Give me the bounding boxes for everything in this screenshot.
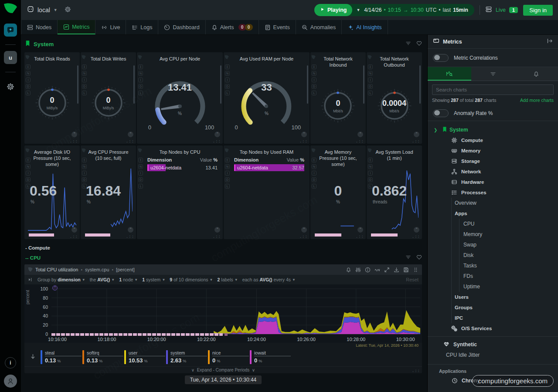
- chart-anomalies-icon[interactable]: [374, 267, 380, 273]
- tab-anomalies[interactable]: Anomalies: [296, 20, 342, 34]
- chart-drag-icon[interactable]: [413, 267, 418, 273]
- toolbar-dropdown[interactable]: 1system▼: [142, 277, 165, 282]
- sidebar-item-uptime[interactable]: Uptime: [428, 281, 558, 292]
- chart-footer[interactable]: ∨ Expand - Compare Periods ∨ .::: [24, 366, 422, 373]
- card-scrollbar[interactable]: [419, 65, 421, 104]
- sidebar-item-overview[interactable]: Overview: [428, 198, 558, 208]
- sidebar-item-compute[interactable]: Compute: [428, 135, 558, 145]
- gauge-card[interactable]: ΣNIDLTotal Network Inbound0Mbit/s⌃.::: [310, 52, 366, 144]
- tab-charts[interactable]: [428, 67, 471, 81]
- legend-down-arrow-icon[interactable]: [30, 353, 36, 360]
- tab-logs[interactable]: Logs: [126, 20, 158, 34]
- chevron-right-icon[interactable]: ❯: [434, 128, 437, 132]
- sidebar-item-cpu-idle-jitter[interactable]: CPU Idle Jitter: [428, 350, 558, 360]
- anomaly-badge[interactable]: ⌃: [214, 227, 220, 233]
- card-tool-column[interactable]: ΣNIDL: [312, 158, 316, 189]
- gauge-card[interactable]: ΣNIDLTotal Disk Reads0MiBy/s⌃.::: [24, 52, 80, 144]
- top-nodes-card[interactable]: ΣNIDLTop Nodes by Used RAMDimensionValue…: [224, 145, 310, 239]
- resize-handle[interactable]: .::: [70, 139, 78, 143]
- pressure-card[interactable]: ΣNIDLAvg CPU Pressure (10 sec, full)16.8…: [81, 145, 136, 239]
- card-scrollbar[interactable]: [77, 65, 78, 104]
- toolbar-dropdown[interactable]: theAVG()▼: [90, 277, 115, 282]
- anomaly-badge[interactable]: ⌃: [414, 227, 419, 233]
- metric-correlations-toggle[interactable]: [433, 54, 449, 62]
- card-tool-column[interactable]: ΣNIDL: [138, 64, 143, 95]
- rail-settings-gear-icon[interactable]: [7, 83, 14, 92]
- gauge-card[interactable]: ΣNIDLAvg Used RAM per Node33%0100⌃.::: [224, 52, 310, 144]
- netdata-logo-icon[interactable]: [3, 3, 18, 16]
- anomaly-badge[interactable]: ⌃: [414, 132, 419, 137]
- sidebar-item-disk[interactable]: Disk: [428, 250, 558, 260]
- sidebar-item-groups[interactable]: Groups: [428, 302, 558, 313]
- resize-handle[interactable]: .::: [412, 234, 420, 239]
- resize-handle[interactable]: .::: [213, 139, 221, 143]
- card-tool-column[interactable]: ΣNIDL: [82, 64, 87, 95]
- stacked-area-chart[interactable]: [51, 285, 420, 336]
- anomaly-badge[interactable]: ⌃: [71, 132, 77, 137]
- pressure-card[interactable]: ΣNIDLAvg Memory Pressure (10 sec, some)0…: [310, 145, 366, 239]
- filter-funnel-icon[interactable]: [405, 254, 411, 260]
- pressure-card[interactable]: ΣNIDLAvg System Load (1 min)0.862threads…: [367, 145, 422, 239]
- sidebar-item-storage[interactable]: Storage: [428, 156, 558, 166]
- resize-handle[interactable]: .::: [70, 234, 78, 239]
- anomaly-badge[interactable]: ⌃: [357, 227, 363, 233]
- resize-handle[interactable]: .::: [356, 139, 364, 143]
- live-count-badge[interactable]: 1: [509, 7, 518, 13]
- time-range-picker[interactable]: Playing ▼ 4/14/26• 10:15→ 10:30 UTC• las…: [314, 4, 474, 16]
- tab-dashboard[interactable]: Dashboard: [158, 20, 205, 34]
- card-scrollbar[interactable]: [307, 65, 308, 104]
- legend-item-iowait[interactable]: iowait0%: [250, 350, 291, 364]
- search-charts-input[interactable]: [432, 84, 554, 95]
- tab-ai-insights[interactable]: AI Insights: [342, 20, 388, 34]
- info-icon[interactable]: i: [5, 357, 16, 368]
- filter-funnel-icon[interactable]: [405, 41, 411, 46]
- card-tool-column[interactable]: ΣNIDL: [225, 158, 230, 189]
- gauge-card[interactable]: ΣNIDLTotal Disk Writes0MiBy/s⌃.::: [81, 52, 136, 144]
- anomaly-badge[interactable]: ⌃: [214, 132, 220, 137]
- chart-download-icon[interactable]: [394, 267, 399, 273]
- sidebar-item-processes[interactable]: Processes: [428, 187, 558, 198]
- node-chevron-down-icon[interactable]: ▼: [54, 8, 58, 12]
- sign-in-button[interactable]: Sign in: [523, 5, 553, 16]
- sidebar-item-cpu[interactable]: CPU: [428, 219, 558, 229]
- card-tool-column[interactable]: ΣNIDL: [368, 64, 373, 95]
- sidebar-item-system[interactable]: ❯System: [428, 125, 558, 135]
- card-scrollbar[interactable]: [363, 65, 364, 104]
- table-row[interactable]: u2604-netdata13.41: [147, 164, 218, 172]
- anomaly-rate-toggle[interactable]: [433, 109, 449, 117]
- sidebar-item-synthetic[interactable]: Synthetic: [428, 339, 558, 350]
- tab-live[interactable]: Live: [95, 20, 126, 34]
- toolbar-dropdown[interactable]: each asAVG()every 4s▼: [242, 277, 296, 282]
- tab-alerts[interactable]: [514, 67, 558, 81]
- sidebar-item-memory[interactable]: Memory: [428, 229, 558, 240]
- legend-item-system[interactable]: system2.63%: [166, 350, 207, 364]
- chart-plot-area[interactable]: percent 100806040200 10:16:0010:18:0010:…: [24, 284, 422, 343]
- sidebar-item-swap[interactable]: Swap: [428, 240, 558, 250]
- legend-item-user[interactable]: user10.53%: [124, 350, 165, 364]
- top-nodes-card[interactable]: ΣNIDLTop Nodes by CPUDimensionValue %u26…: [137, 145, 223, 239]
- section-title[interactable]: System: [34, 41, 54, 47]
- chart-save-icon[interactable]: [403, 267, 409, 273]
- tab-alerts[interactable]: Alerts00: [206, 20, 259, 34]
- user-avatar[interactable]: [4, 375, 17, 388]
- card-tool-column[interactable]: ΣNIDL: [138, 158, 143, 189]
- anomaly-badge[interactable]: ⌃: [128, 227, 133, 233]
- resize-handle[interactable]: .::: [299, 139, 308, 143]
- node-name[interactable]: local: [37, 7, 50, 14]
- sidebar-item-tasks[interactable]: Tasks: [428, 260, 558, 271]
- resize-handle[interactable]: .::: [126, 234, 134, 239]
- sidebar-item-o-s-services[interactable]: O/S Services: [428, 323, 558, 334]
- chart-fullscreen-icon[interactable]: [384, 267, 390, 273]
- jump-to-latest-icon[interactable]: [28, 277, 33, 282]
- sidebar-item-fds[interactable]: FDs: [428, 271, 558, 281]
- resize-handle[interactable]: .::: [356, 234, 364, 239]
- add-more-charts-link[interactable]: Add more charts: [520, 98, 554, 103]
- anomaly-badge[interactable]: ⌃: [128, 132, 133, 137]
- card-tool-column[interactable]: ΣNIDL: [225, 64, 230, 95]
- tab-filters[interactable]: [471, 67, 515, 81]
- favorite-heart-icon[interactable]: [416, 254, 422, 260]
- table-row[interactable]: u2604-netdata32.57: [234, 164, 304, 172]
- settings-gear-icon[interactable]: [7, 83, 14, 91]
- compute-heading[interactable]: - Compute: [25, 245, 422, 250]
- cpu-heading[interactable]: -- CPU: [25, 255, 41, 260]
